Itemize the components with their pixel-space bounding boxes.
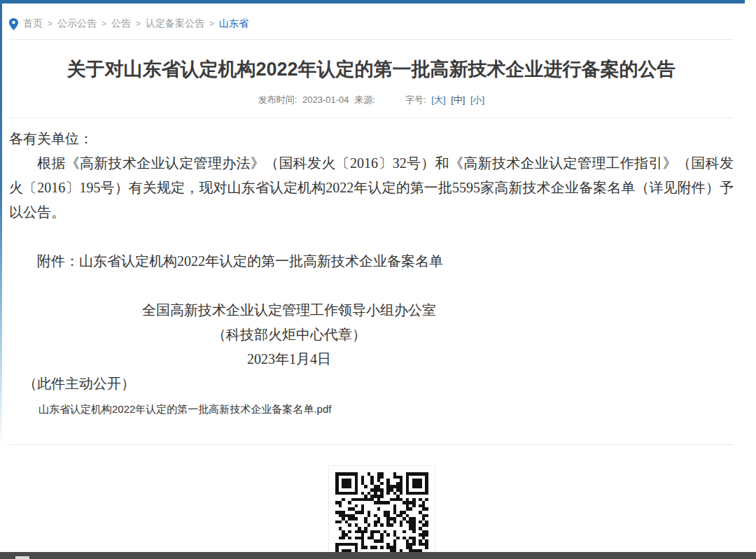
taskbar-item[interactable] [15,556,29,559]
salutation: 各有关单位： [9,127,734,151]
signature-date: 2023年1月4日 [9,347,569,372]
top-accent-bar [0,0,745,3]
breadcrumb-item-filing-notices[interactable]: 认定备案公告 [146,17,204,30]
breadcrumb-item-home[interactable]: 首页 [23,17,43,30]
breadcrumb-item-public-notices[interactable]: 公示公告 [57,17,97,30]
qr-code [328,465,435,559]
main-paragraph: 根据《高新技术企业认定管理办法》（国科发火〔2016〕32号）和《高新技术企业认… [9,151,734,225]
signature-org: 全国高新技术企业认定管理工作领导小组办公室 [9,298,569,323]
breadcrumb-separator: > [136,19,141,29]
announcement-page: 首页 > 公示公告 > 公告 > 认定备案公告 > 山东省 关于对山东省认定机构… [0,17,745,559]
disclosure-note: （此件主动公开） [23,372,734,396]
publish-time-label: 发布时间: [258,94,298,105]
breadcrumb-divider [9,39,734,40]
font-size-large-button[interactable]: [大] [431,94,445,105]
breadcrumb: 首页 > 公示公告 > 公告 > 认定备案公告 > 山东省 [9,17,734,30]
location-pin-icon [9,18,18,30]
source-label: 来源: [354,94,375,105]
breadcrumb-separator: > [102,19,106,29]
publish-date: 2023-01-04 [302,94,349,105]
header-divider [9,118,734,118]
font-size-small-button[interactable]: [小] [470,94,484,105]
attachment-reference: 附件：山东省认定机构2022年认定的第一批高新技术企业备案名单 [9,249,734,274]
breadcrumb-item-shandong[interactable]: 山东省 [219,17,248,30]
breadcrumb-item-notices[interactable]: 公告 [111,17,131,30]
attachment-pdf-link[interactable]: 山东省认定机构2022年认定的第一批高新技术企业备案名单.pdf [38,402,331,416]
font-size-label: 字号: [405,94,426,105]
article-body: 各有关单位： 根据《高新技术企业认定管理办法》（国科发火〔2016〕32号）和《… [9,127,734,416]
breadcrumb-separator: > [48,19,52,29]
font-size-medium-button[interactable]: [中] [451,94,465,105]
bottom-taskbar[interactable] [0,552,756,559]
breadcrumb-separator: > [209,19,214,29]
signature-note: （科技部火炬中心代章） [9,323,569,347]
footer-divider [9,444,734,445]
page-title: 关于对山东省认定机构2022年认定的第一批高新技术企业进行备案的公告 [9,57,734,81]
article-meta: 发布时间: 2023-01-04 来源: 字号: [大] [中] [小] [9,94,734,106]
signature-block: 全国高新技术企业认定管理工作领导小组办公室 （科技部火炬中心代章） 2023年1… [9,298,569,372]
